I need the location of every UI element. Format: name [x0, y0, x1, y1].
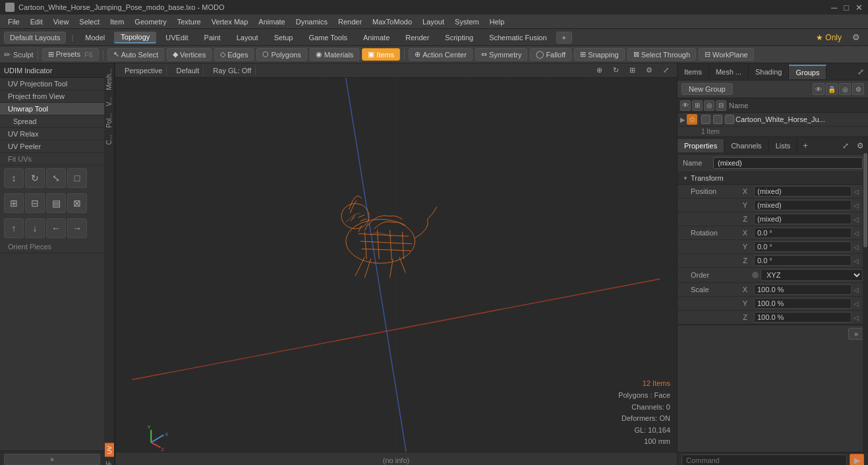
menu-maxtomodo[interactable]: MaxToModo	[367, 16, 417, 27]
scl-x-anim-icon[interactable]: ◁	[852, 286, 861, 294]
presets-button[interactable]: ⊞ Presets F6	[42, 48, 99, 61]
order-select[interactable]: XYZ XZY YXZ YZX ZXY ZYX	[761, 269, 863, 281]
scl-z-anim-icon[interactable]: ◁	[852, 314, 861, 321]
pt-tab-lists[interactable]: Lists	[769, 139, 798, 152]
menu-vertexmap[interactable]: Vertex Map	[206, 16, 254, 27]
pos-x-anim-icon[interactable]: ◁	[852, 188, 861, 195]
rot-y-input[interactable]	[754, 241, 852, 252]
tab-schematic[interactable]: Schematic Fusion	[482, 32, 553, 43]
menu-file[interactable]: File	[3, 16, 25, 27]
rot-y-anim-icon[interactable]: ◁	[852, 243, 861, 251]
rot-z-anim-icon[interactable]: ◁	[852, 257, 861, 264]
tab-paint[interactable]: Paint	[198, 32, 227, 43]
lp-orient-pieces[interactable]: Orient Pieces	[0, 241, 104, 253]
pt-tab-channels[interactable]: Channels	[724, 139, 768, 152]
command-execute-button[interactable]: ▶	[850, 454, 864, 466]
rp-tab-mesh[interactable]: Mesh ...	[709, 65, 749, 78]
vp-settings-icon[interactable]: ⚙	[643, 65, 655, 76]
scl-y-anim-icon[interactable]: ◁	[852, 300, 861, 307]
vertices-button[interactable]: ◆ Vertices	[167, 48, 212, 61]
pt-expand-icon[interactable]: ⤢	[838, 139, 853, 153]
checker-tool-icon[interactable]: ▤	[46, 193, 66, 213]
new-group-button[interactable]: New Group	[681, 83, 733, 95]
menu-animate[interactable]: Animate	[253, 16, 290, 27]
symmetry-button[interactable]: ⇔ Symmetry	[475, 48, 528, 61]
menu-geometry[interactable]: Geometry	[129, 16, 171, 27]
scl-z-input[interactable]	[754, 312, 852, 323]
tab-animate[interactable]: Animate	[357, 32, 396, 43]
menu-item[interactable]: Item	[105, 16, 129, 27]
collapse-left-btn[interactable]: »	[4, 454, 100, 465]
rot-z-input[interactable]	[754, 255, 852, 266]
down-arrow-icon[interactable]: ↓	[25, 218, 45, 238]
camera-tool-icon[interactable]: ⊠	[67, 193, 87, 213]
lp-spread[interactable]: Spread	[0, 115, 104, 128]
rp-tab-groups[interactable]: Groups	[789, 65, 826, 79]
menu-layout[interactable]: Layout	[417, 16, 449, 27]
tab-render[interactable]: Render	[399, 32, 436, 43]
rotate-tool-icon[interactable]: ↻	[25, 168, 45, 188]
menu-help[interactable]: Help	[484, 16, 510, 27]
pos-x-input[interactable]	[754, 186, 852, 197]
order-dot[interactable]	[752, 272, 759, 278]
polygons-button[interactable]: ⬡ Polygons	[256, 48, 306, 61]
materials-button[interactable]: ◉ Materials	[310, 48, 360, 61]
box-tool-icon[interactable]: □	[67, 168, 87, 188]
group-checkbox2[interactable]	[713, 115, 722, 124]
lp-uv-peeler[interactable]: UV Peeler	[0, 140, 104, 153]
side-tab-c[interactable]: C...	[104, 132, 114, 148]
props-scrollbar[interactable]	[863, 137, 868, 452]
lp-unwrap-tool[interactable]: Unwrap Tool	[0, 103, 104, 115]
pt-tab-properties[interactable]: Properties	[678, 139, 724, 152]
settings-icon-btn[interactable]: ⚙	[852, 83, 864, 95]
visibility-icon-btn[interactable]: ◎	[839, 83, 851, 95]
star-label[interactable]: ★ Only	[812, 32, 846, 44]
snapping-button[interactable]: ⊞ Snapping	[574, 48, 625, 61]
group-item-horse[interactable]: ▶ ⬡ Cartoon_White_Horse_Ju...	[678, 113, 868, 127]
viewport[interactable]: Perspective Default Ray GL: Off ⊕ ↻ ⊞ ⚙ …	[115, 63, 677, 465]
tab-gametools[interactable]: Game Tools	[302, 32, 354, 43]
eye-icon-btn[interactable]: 👁	[813, 83, 825, 95]
pos-y-anim-icon[interactable]: ◁	[852, 202, 861, 209]
rot-x-anim-icon[interactable]: ◁	[852, 230, 861, 237]
action-center-button[interactable]: ⊕ Action Center	[409, 48, 473, 61]
move-tool-icon[interactable]: ↕	[4, 168, 24, 188]
col-eye[interactable]: 👁	[680, 100, 691, 111]
vp-refresh-icon[interactable]: ↻	[610, 65, 622, 76]
grid-tool-icon[interactable]: ⊟	[25, 193, 45, 213]
close-button[interactable]: ✕	[855, 3, 863, 13]
menu-view[interactable]: View	[48, 16, 74, 27]
vp-search-icon[interactable]: ⊞	[627, 65, 638, 76]
vp-expand-icon[interactable]: ⤢	[660, 65, 672, 76]
edges-button[interactable]: ◇ Edges	[214, 48, 254, 61]
transform-section-header[interactable]: Transform	[678, 172, 868, 185]
uv-side-tab[interactable]: UV	[105, 443, 114, 457]
viewport-canvas[interactable]: X Y Z 12 Items Polygons : Face Channels:…	[115, 78, 677, 465]
command-input[interactable]	[681, 454, 847, 466]
tab-model[interactable]: Model	[78, 32, 111, 43]
lp-project-view[interactable]: Project from View	[0, 90, 104, 103]
workplane-button[interactable]: ⊟ WorkPlane	[699, 48, 754, 61]
unwrap-tool-icon[interactable]: ⊞	[4, 193, 24, 213]
rot-x-input[interactable]	[754, 228, 852, 238]
menu-system[interactable]: System	[449, 16, 484, 27]
col-sets[interactable]: ⊟	[716, 100, 726, 111]
vp-orbit-icon[interactable]: ⊕	[594, 65, 605, 76]
side-tab-poly[interactable]: Pol...	[104, 110, 114, 131]
props-scroll-thumb[interactable]	[863, 153, 867, 247]
side-tab-v[interactable]: V...	[104, 94, 114, 109]
tab-topology[interactable]: Topology	[114, 32, 156, 44]
lp-fit-uvs[interactable]: Fit UVs	[0, 153, 104, 166]
tab-setup[interactable]: Setup	[268, 32, 300, 43]
add-layout-button[interactable]: +	[556, 32, 572, 44]
props-more-button[interactable]: »	[848, 328, 864, 340]
tab-scripting[interactable]: Scripting	[438, 32, 480, 43]
rp-tab-shading[interactable]: Shading	[749, 65, 789, 78]
tab-layout[interactable]: Layout	[230, 32, 265, 43]
side-tab-f[interactable]: F	[104, 458, 114, 465]
col-lock[interactable]: ⊞	[692, 100, 703, 111]
menu-render[interactable]: Render	[333, 16, 367, 27]
maximize-button[interactable]: □	[844, 3, 849, 13]
pt-add-button[interactable]: +	[797, 138, 813, 153]
items-button[interactable]: ▣ Items	[362, 48, 400, 61]
